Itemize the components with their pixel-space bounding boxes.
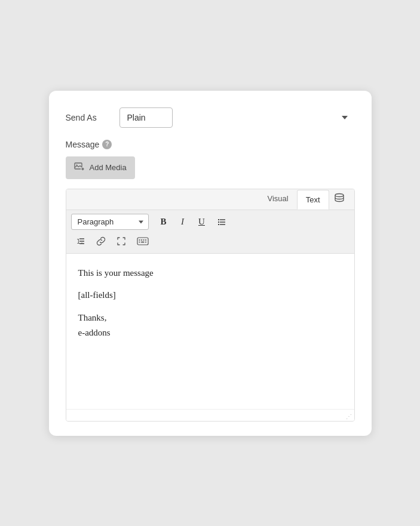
svg-rect-23 [145,241,146,242]
paragraph-select-wrapper: Paragraph Heading 1 Heading 2 Heading 3 [71,214,149,230]
send-as-label: Send As [66,113,119,122]
fullscreen-button[interactable] [112,233,131,250]
send-as-select[interactable]: Plain HTML Both [119,107,173,128]
list-button[interactable] [212,214,231,230]
svg-rect-21 [139,241,140,242]
svg-rect-9 [218,219,219,220]
send-as-select-wrapper: Plain HTML Both [119,107,355,128]
toolbar-row-2: 1. [71,233,350,250]
svg-point-5 [335,193,344,196]
help-icon[interactable]: ? [102,140,112,149]
svg-rect-22 [141,241,145,242]
tab-visual[interactable]: Visual [259,189,296,209]
add-media-button[interactable]: Add Media [66,156,135,179]
underline-button[interactable]: U [193,214,211,230]
content-line-2: [all-fields] [78,288,342,303]
paragraph-select[interactable]: Paragraph Heading 1 Heading 2 Heading 3 [71,214,149,230]
svg-rect-19 [143,239,144,241]
keyboard-button[interactable] [132,233,154,250]
bold-button[interactable]: B [155,214,173,230]
svg-rect-17 [139,239,140,241]
svg-rect-11 [218,224,219,225]
tab-text[interactable]: Text [297,190,329,210]
ordered-list-button[interactable]: 1. [71,233,90,250]
editor-tabs-bar: Visual Text [66,189,354,210]
svg-rect-20 [145,239,146,241]
main-card: Send As Plain HTML Both Message ? Add Me… [49,91,372,436]
add-media-label: Add Media [90,163,127,172]
svg-rect-18 [141,239,142,241]
editor-container: Visual Text Paragraph Heading 1 Heading … [66,189,355,422]
editor-content[interactable]: This is your message [all-fields] Thanks… [66,254,354,409]
toolbar-row-1: Paragraph Heading 1 Heading 2 Heading 3 … [71,214,350,230]
message-label: Message [66,140,100,149]
db-icon[interactable] [329,189,350,210]
link-button[interactable] [91,233,111,250]
message-label-row: Message ? [66,140,355,149]
italic-button[interactable]: I [174,214,192,230]
content-line-1: This is your message [78,266,342,281]
add-media-icon [74,161,85,174]
content-line-3: Thanks,e-addons [78,310,342,341]
send-as-row: Send As Plain HTML Both [66,107,355,128]
resize-handle[interactable]: ⋰ [346,414,352,420]
editor-toolbar: Paragraph Heading 1 Heading 2 Heading 3 … [66,210,354,254]
svg-rect-16 [137,238,148,245]
svg-rect-10 [218,222,219,223]
editor-footer: ⋰ [66,409,354,421]
